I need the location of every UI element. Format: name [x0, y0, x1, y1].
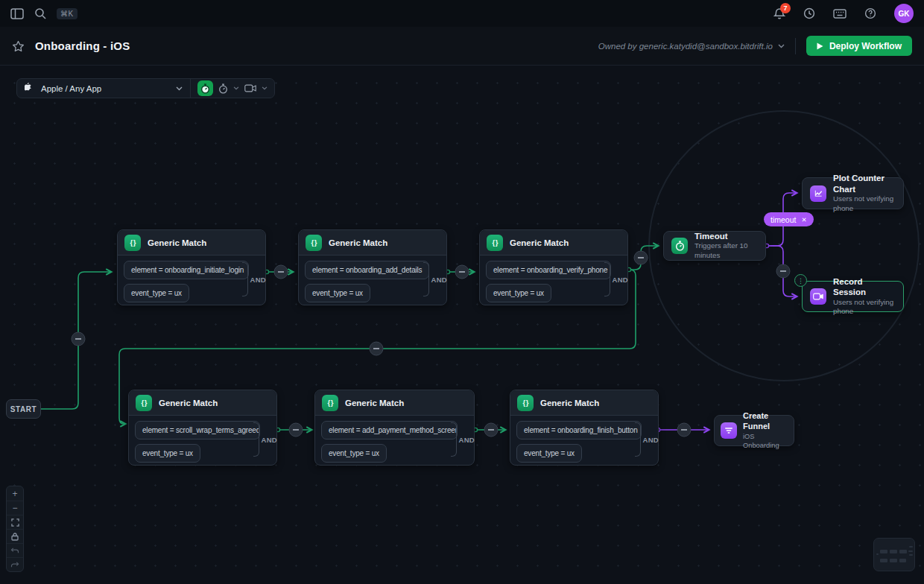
lock-interactivity-button[interactable] — [7, 529, 23, 543]
deploy-workflow-button[interactable]: Deploy Workflow — [806, 36, 912, 56]
redo-button[interactable] — [7, 557, 23, 571]
app-selector-label: Apple / Any App — [41, 84, 169, 93]
and-joiner: AND — [423, 261, 447, 297]
search-shortcut-badge: ⌘K — [57, 8, 77, 19]
node-title: Create Funnel — [743, 411, 788, 432]
node-title: Generic Match — [540, 399, 599, 407]
generic-match-node-4[interactable]: { }Generic Match element = scroll_wrap_t… — [128, 390, 277, 466]
zoom-in-button[interactable]: + — [7, 486, 23, 501]
timer-tool-button[interactable] — [218, 83, 228, 94]
match-field[interactable]: element = onboarding_verify_phone — [486, 261, 611, 279]
sidebar-toggle-icon[interactable] — [10, 8, 24, 19]
search-icon[interactable] — [34, 7, 46, 19]
create-funnel-node[interactable]: Create Funnel iOS Onboarding — [714, 415, 794, 446]
generic-match-node-5[interactable]: { }Generic Match element = add_payment_m… — [314, 390, 475, 466]
match-field[interactable]: element = onboarding_initiate_login — [124, 261, 249, 279]
generic-match-node-3[interactable]: { }Generic Match element = onboarding_ve… — [479, 229, 628, 305]
and-joiner: AND — [253, 422, 277, 457]
app-selector[interactable]: Apple / Any App — [17, 83, 190, 94]
video-camera-icon — [810, 288, 826, 305]
generic-match-node-1[interactable]: { }Generic Match element = onboarding_in… — [117, 229, 266, 305]
braces-icon: { } — [487, 235, 503, 251]
minimap[interactable] — [873, 538, 915, 571]
badge-label: timeout — [770, 215, 796, 224]
match-field[interactable]: event_type = ux — [124, 284, 189, 302]
node-subtitle: Users not verifying phone — [833, 194, 896, 213]
workflow-header: Onboarding - iOS Owned by generic.katydi… — [0, 27, 924, 66]
match-field[interactable]: event_type = ux — [516, 444, 582, 463]
record-session-node[interactable]: Record Session Users not verifying phone — [802, 281, 904, 312]
match-field[interactable]: element = onboarding_add_details — [305, 261, 429, 279]
generic-match-node-2[interactable]: { }Generic Match element = onboarding_ad… — [298, 229, 447, 305]
purple-edges — [659, 193, 797, 430]
notifications-bell-icon[interactable]: 7 — [773, 7, 785, 20]
zoom-controls: + − — [6, 486, 24, 572]
timeout-edge-badge[interactable]: timeout ✕ — [764, 212, 814, 226]
timeout-node[interactable]: Timeout Triggers after 10 minutes — [663, 231, 766, 261]
header-divider — [795, 38, 796, 54]
notification-count-badge: 7 — [780, 3, 791, 13]
avatar[interactable]: GK — [894, 4, 914, 23]
owner-selector[interactable]: Owned by generic.katydid@sandbox.bitdrif… — [598, 42, 785, 51]
stopwatch-icon — [218, 83, 228, 94]
braces-icon: { } — [306, 235, 322, 251]
generic-match-node-6[interactable]: { }Generic Match element = onboarding_fi… — [510, 390, 659, 466]
node-title: Generic Match — [159, 399, 218, 407]
node-title: Generic Match — [345, 399, 404, 407]
node-title: Record Session — [833, 276, 896, 298]
and-joiner: AND — [451, 422, 475, 457]
video-camera-icon — [244, 84, 256, 92]
chevron-down-icon — [778, 44, 785, 48]
node-subtitle: Triggers after 10 minutes — [694, 241, 758, 260]
edge-layer — [0, 66, 924, 584]
node-subtitle: iOS Onboarding — [743, 432, 788, 450]
play-icon — [817, 42, 823, 50]
match-field[interactable]: event_type = ux — [321, 444, 387, 463]
help-icon[interactable] — [864, 7, 876, 19]
stopwatch-icon — [671, 238, 688, 254]
node-title: Generic Match — [148, 238, 206, 247]
node-title: Generic Match — [329, 238, 387, 247]
match-field[interactable]: element = onboarding_finish_button — [516, 421, 642, 439]
timeout-tool-button[interactable] — [197, 80, 213, 96]
match-field[interactable]: element = add_payment_method_screen — [321, 421, 458, 439]
match-field[interactable]: element = scroll_wrap_terms_agreed — [135, 421, 260, 439]
braces-icon: { } — [124, 235, 141, 251]
start-node[interactable]: START — [6, 399, 41, 419]
braces-icon: { } — [322, 395, 338, 411]
close-icon[interactable]: ✕ — [801, 216, 806, 223]
page-title: Onboarding - iOS — [35, 39, 130, 52]
chevron-down-icon[interactable] — [262, 86, 268, 90]
workflow-editor: ⌘K 7 GK Onboarding - iOS Own — [0, 0, 924, 584]
canvas-toolbar: Apple / Any App — [16, 78, 275, 98]
zoom-out-button[interactable]: − — [7, 501, 23, 515]
node-title: Timeout — [694, 231, 758, 241]
plot-counter-chart-node[interactable]: Plot Counter Chart Users not verifying p… — [802, 177, 904, 209]
chevron-down-icon[interactable] — [233, 86, 239, 90]
braces-icon: { } — [136, 395, 152, 411]
owner-label: Owned by generic.katydid@sandbox.bitdrif… — [598, 42, 773, 51]
session-tool-button[interactable] — [244, 84, 256, 92]
history-clock-icon[interactable] — [803, 7, 815, 19]
undo-button[interactable] — [7, 543, 23, 557]
keyboard-shortcuts-icon[interactable] — [833, 9, 847, 19]
and-joiner: AND — [635, 422, 659, 457]
node-menu-dots-icon[interactable]: ⋮ — [794, 274, 807, 287]
flow-canvas[interactable]: Apple / Any App START { }G — [0, 66, 924, 584]
and-joiner: AND — [604, 261, 628, 297]
chevron-down-icon — [176, 86, 183, 91]
favorite-star-icon[interactable] — [12, 40, 25, 52]
node-title: Generic Match — [510, 238, 569, 247]
match-field[interactable]: event_type = ux — [486, 284, 551, 302]
node-title: Plot Counter Chart — [833, 173, 896, 194]
stopwatch-icon — [200, 83, 210, 94]
and-joiner: AND — [242, 261, 266, 297]
funnel-icon — [721, 422, 737, 439]
match-field[interactable]: event_type = ux — [135, 444, 200, 463]
line-chart-icon — [810, 185, 826, 202]
node-subtitle: Users not verifying phone — [833, 298, 896, 317]
fit-view-button[interactable] — [7, 515, 23, 529]
top-bar: ⌘K 7 GK — [0, 0, 924, 27]
match-field[interactable]: event_type = ux — [305, 284, 370, 302]
braces-icon: { } — [517, 395, 534, 411]
